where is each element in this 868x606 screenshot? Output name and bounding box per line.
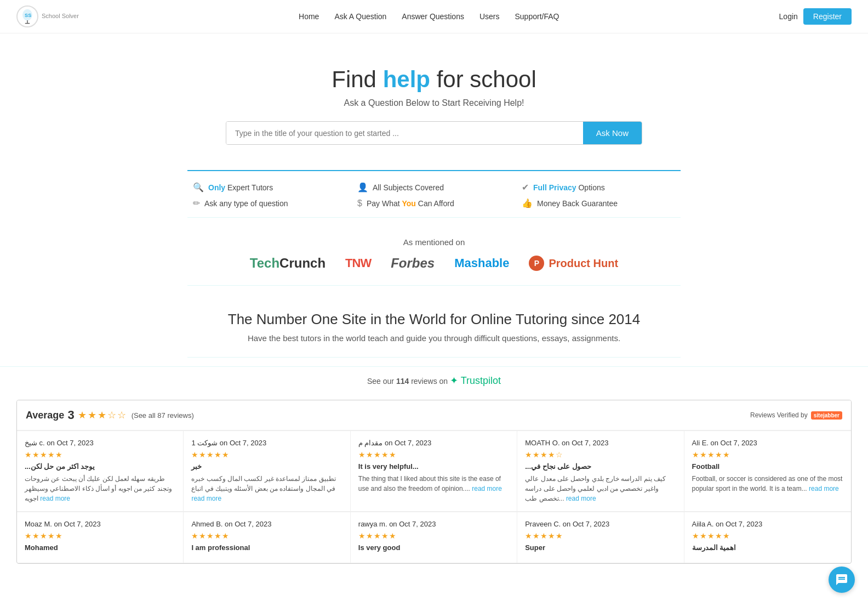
reviews-header: Average 3 ★★★☆☆ (See all 87 reviews) Rev…	[17, 400, 851, 431]
hero-headline: Find help for school	[11, 66, 857, 93]
reviewer-name: Ali E. on Oct 7, 2023	[692, 439, 843, 447]
reviews-avg: Average 3 ★★★☆☆ (See all 87 reviews)	[26, 408, 194, 422]
review-title: Mohamed	[25, 543, 175, 552]
review-title: ...حصول على نجاح في	[525, 462, 676, 471]
mentioned-section: As mentioned on TechCrunch TNW Forbes Ma…	[0, 226, 868, 276]
review-card: Moaz M. on Oct 7, 2023 ★★★★★ Mohamed	[17, 512, 184, 563]
divider-1	[187, 217, 681, 218]
tp-label: See our	[367, 377, 394, 386]
review-body: The thing that I liked about this site i…	[358, 474, 509, 494]
review-stars: ★★★★★	[358, 450, 509, 459]
features-grid: 🔍 Only Expert Tutors 👤 All Subjects Cove…	[187, 170, 681, 208]
read-more-link[interactable]: read more	[472, 485, 502, 492]
review-stars: ★★★★★	[525, 531, 676, 540]
producthunt-logo: P Product Hunt	[529, 256, 618, 271]
dollar-icon: $	[357, 199, 362, 208]
nav-answer[interactable]: Answer Questions	[402, 12, 464, 21]
review-title: I am professional	[191, 543, 342, 552]
review-body: كيف يتم الدراسه خارج بلدي واحصل على معدل…	[525, 474, 676, 503]
nav-support[interactable]: Support/FAQ	[515, 12, 559, 21]
read-more-link[interactable]: read more	[40, 495, 70, 502]
pencil-icon: ✏	[193, 198, 200, 208]
login-button[interactable]: Login	[779, 12, 798, 21]
divider-3	[187, 357, 681, 358]
avg-label: Average	[26, 410, 64, 421]
nav-home[interactable]: Home	[299, 12, 319, 21]
techcrunch-logo: TechCrunch	[250, 256, 326, 271]
avg-score: 3	[67, 408, 74, 422]
logo: SS School Solver	[16, 5, 79, 27]
review-title: Is very good	[358, 543, 509, 552]
trustpilot-bar: See our 114 reviews on ✦ Trustpilot	[0, 366, 868, 394]
logo-icon: SS	[16, 5, 38, 27]
reviewer-name: مقدام م on Oct 7, 2023	[358, 439, 509, 447]
reviewer-name: شوكت 1 on Oct 7, 2023	[191, 439, 342, 447]
check-icon: ✔	[522, 182, 529, 192]
review-stars: ★★★★★	[692, 531, 843, 540]
nav-links: Home Ask A Question Answer Questions Use…	[299, 12, 559, 21]
ph-icon: P	[529, 256, 544, 271]
read-more-link[interactable]: read more	[809, 485, 839, 492]
nav-users[interactable]: Users	[479, 12, 500, 21]
nav-actions: Login Register	[779, 8, 852, 25]
review-stars: ★★★★★	[25, 450, 175, 459]
review-body: تطبيق ممتاز لمساعدة غير لكسب المال وكسب …	[191, 474, 342, 503]
review-body: طريقه سهله لعمل لكن عليك أن يبحث عن شروح…	[25, 474, 175, 503]
review-title: اهمية المدرسة	[692, 543, 843, 552]
feature-all-subjects: 👤 All Subjects Covered	[357, 182, 511, 192]
review-card: Aiila A. on Oct 7, 2023 ★★★★★ اهمية المد…	[684, 512, 851, 563]
see-all-link[interactable]: (See all 87 reviews)	[132, 411, 194, 420]
headline-suffix: for school	[430, 66, 536, 92]
ask-now-button[interactable]: Ask Now	[583, 122, 642, 144]
review-grid-row2: Moaz M. on Oct 7, 2023 ★★★★★ Mohamed Ahm…	[17, 512, 851, 563]
mashable-logo: Mashable	[454, 256, 509, 270]
review-stars: ★★★★★	[692, 450, 843, 459]
logos-bar: TechCrunch TNW Forbes Mashable P Product…	[11, 256, 857, 271]
tp-label2: reviews on	[411, 377, 448, 386]
reviewer-name: Aiila A. on Oct 7, 2023	[692, 520, 843, 528]
review-grid-row1: شيخ c. on Oct 7, 2023 ★★★★★ ...يوجد اكثر…	[17, 431, 851, 512]
search-icon: 🔍	[193, 182, 204, 192]
review-stars: ★★★★☆	[525, 450, 676, 459]
avg-stars: ★★★☆☆	[78, 409, 127, 421]
tagline-subtext: Have the best tutors in the world teach …	[11, 333, 857, 343]
review-title: ...يوجد اكثر من حل لكن	[25, 462, 175, 471]
hero-subtext: Ask a Question Below to Start Receiving …	[11, 98, 857, 108]
feature-money-back: 👍 Money Back Guarantee	[522, 198, 675, 208]
navbar: SS School Solver Home Ask A Question Ans…	[0, 0, 868, 33]
review-title: خبر	[191, 462, 342, 471]
review-stars: ★★★★★	[191, 531, 342, 540]
thumbsup-icon: 👍	[522, 198, 533, 208]
review-card: rawya m. on Oct 7, 2023 ★★★★★ Is very go…	[351, 512, 517, 563]
feature-question-label: Ask any type of question	[204, 199, 288, 208]
reviewer-name: Ahmed B. on Oct 7, 2023	[191, 520, 342, 528]
nav-ask[interactable]: Ask A Question	[334, 12, 386, 21]
feature-highlight-privacy: Full Privacy	[533, 183, 576, 192]
divider-2	[187, 285, 681, 286]
feature-any-question: ✏ Ask any type of question	[193, 198, 346, 208]
search-input[interactable]	[226, 122, 583, 144]
review-title: Football	[692, 462, 843, 471]
register-button[interactable]: Register	[803, 8, 852, 25]
review-stars: ★★★★★	[191, 450, 342, 459]
mentioned-label: As mentioned on	[11, 237, 857, 247]
read-more-link[interactable]: read more	[191, 495, 221, 502]
chat-button[interactable]	[829, 567, 855, 569]
feature-expert-tutors: 🔍 Only Expert Tutors	[193, 182, 346, 192]
reviewer-name: Moaz M. on Oct 7, 2023	[25, 520, 175, 528]
read-more-link[interactable]: read more	[566, 495, 596, 502]
svg-text:SS: SS	[25, 13, 31, 18]
feature-highlight-only: Only	[208, 183, 225, 192]
reviewer-name: شيخ c. on Oct 7, 2023	[25, 439, 175, 447]
ph-text: Product Hunt	[549, 257, 618, 270]
verified-label: Reviews Verified by	[750, 411, 808, 419]
review-title: Super	[525, 543, 676, 552]
review-card: شيخ c. on Oct 7, 2023 ★★★★★ ...يوجد اكثر…	[17, 431, 184, 512]
reviewer-name: rawya m. on Oct 7, 2023	[358, 520, 509, 528]
review-card: شوكت 1 on Oct 7, 2023 ★★★★★ خبر تطبيق مم…	[184, 431, 350, 512]
hero-section: Find help for school Ask a Question Belo…	[0, 33, 868, 170]
review-stars: ★★★★★	[358, 531, 509, 540]
person-icon: 👤	[357, 182, 368, 192]
feature-money-label: Money Back Guarantee	[537, 199, 618, 208]
sj-logo: sitejabber	[811, 411, 842, 420]
